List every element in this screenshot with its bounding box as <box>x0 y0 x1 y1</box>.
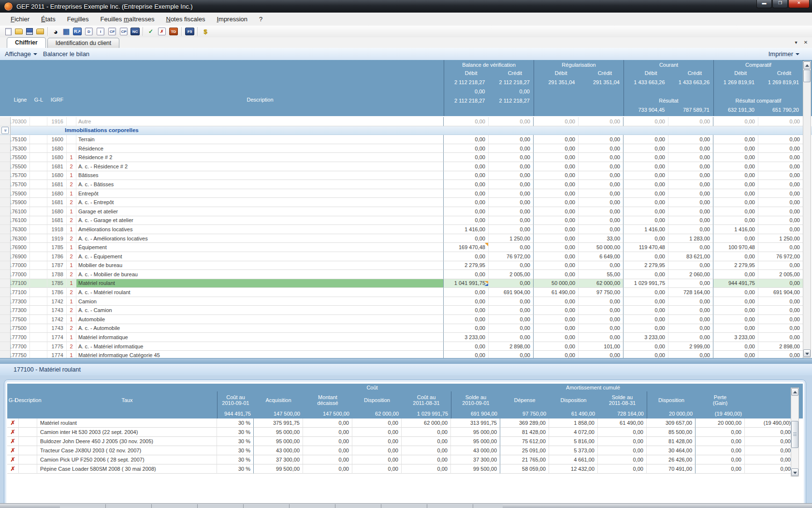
cell-ligne[interactable]: 176100 <box>11 216 30 225</box>
detail-cell-amount[interactable]: 5 816,00 <box>549 437 598 446</box>
cell-amount[interactable]: 0,00 <box>713 135 758 144</box>
cell-igrf[interactable]: 1785 <box>47 243 67 252</box>
cell-ligne[interactable]: 176300 <box>11 234 30 243</box>
cell-gl[interactable] <box>30 288 47 297</box>
cell-amount[interactable]: 0,00 <box>534 261 579 270</box>
cell-amount[interactable]: 0,00 <box>624 153 668 162</box>
detail-row[interactable]: ✗Camion Pick UP F250 2006 ( 28 sept. 200… <box>7 455 803 464</box>
cell-igrf[interactable]: 1742 <box>47 297 67 306</box>
cell-amount[interactable]: 0,00 <box>444 252 489 261</box>
cell-ligne[interactable]: 175500 <box>11 153 30 162</box>
cell-amount[interactable]: 0,00 <box>444 315 489 324</box>
cell-amount[interactable]: 0,00 <box>534 153 579 162</box>
cell-description[interactable]: A. c. - Équipement <box>76 252 444 261</box>
detail-cell-amount[interactable]: 0,00 <box>696 446 745 455</box>
cell-amount[interactable]: 0,00 <box>489 180 534 189</box>
cell-amount[interactable]: 2 279,95 <box>713 261 758 270</box>
cell-amount[interactable]: 0,00 <box>444 297 489 306</box>
cell-gl[interactable] <box>30 153 47 162</box>
cell-amount[interactable]: 0,00 <box>489 306 534 315</box>
cell-gl[interactable] <box>30 171 47 180</box>
cell-amount[interactable]: 76 972,00 <box>489 252 534 261</box>
cell-amount[interactable]: 728 164,00 <box>668 288 713 297</box>
cell-amount[interactable]: 0,00 <box>624 207 668 216</box>
cell-amount[interactable]: 0,00 <box>713 324 758 333</box>
table-row[interactable]: 17730017432A. c. - Camion0,000,000,000,0… <box>0 306 812 315</box>
cell-amount[interactable]: 62 000,00 <box>579 279 624 288</box>
cell-amount[interactable]: 0,00 <box>579 135 624 144</box>
cell-gl[interactable] <box>30 234 47 243</box>
detail-cell-gl[interactable] <box>19 455 37 464</box>
cell-amount[interactable]: 0,00 <box>668 135 713 144</box>
detail-cell-amount[interactable]: 0,00 <box>352 437 402 446</box>
detail-cell-amount[interactable]: 99 500,00 <box>254 464 303 474</box>
detail-cell-amount[interactable]: 0,00 <box>352 446 402 455</box>
menu-item-5[interactable]: Impression <box>211 14 253 25</box>
contrast-icon[interactable]: ◕ <box>50 27 61 36</box>
cell-amount[interactable]: 0,00 <box>579 324 624 333</box>
detail-cell-description[interactable]: Camion Pick UP F250 2006 ( 28 sept. 2007… <box>37 455 217 464</box>
cell-ligne[interactable]: 177100 <box>11 279 30 288</box>
cell-amount[interactable]: 0,00 <box>444 342 489 351</box>
detail-cell-amount[interactable]: 0,00 <box>352 418 402 428</box>
cell-igrf[interactable]: 1743 <box>47 306 67 315</box>
cell-amount[interactable]: 0,00 <box>444 144 489 153</box>
cell-amount[interactable]: 0,00 <box>668 261 713 270</box>
cell-amount[interactable]: 0,00 <box>534 144 579 153</box>
cell-amount[interactable]: 0,00 <box>758 297 803 306</box>
detail-cell-amount[interactable]: 0,00 <box>303 437 352 446</box>
cell-ligne[interactable]: 176300 <box>11 225 30 234</box>
detail-cell-amount[interactable]: 0,00 <box>598 437 647 446</box>
cell-amount[interactable]: 2 060,00 <box>668 270 713 279</box>
cell-amount[interactable]: 0,00 <box>489 153 534 162</box>
detail-cell-amount[interactable]: 0,00 <box>745 446 794 455</box>
detail-cell-taux[interactable]: 30 % <box>217 464 254 474</box>
cell-amount[interactable]: 0,00 <box>668 333 713 342</box>
cell-amount[interactable]: 0,00 <box>579 198 624 207</box>
cell-gl[interactable] <box>30 351 47 358</box>
table-row[interactable]: 17770017741Matériel informatique3 233,00… <box>0 333 812 342</box>
bottom-scroll-strip[interactable] <box>0 503 812 508</box>
cell-igrf[interactable]: 1681 <box>47 216 67 225</box>
cell-igrf[interactable]: 1742 <box>47 315 67 324</box>
cell-gl[interactable] <box>30 198 47 207</box>
d-sheet-icon[interactable]: D <box>85 28 93 35</box>
cell-ligne[interactable]: 177500 <box>11 324 30 333</box>
cell-amount[interactable]: 0,00 <box>489 198 534 207</box>
detail-cell-gl[interactable] <box>19 464 37 474</box>
cell-amount[interactable]: 0,00 <box>668 198 713 207</box>
cell-amount[interactable]: 101,00 <box>579 342 624 351</box>
menu-item-0[interactable]: Fichier <box>5 14 35 25</box>
menu-item-6[interactable]: ? <box>253 14 268 25</box>
cell-description[interactable]: Bâtisses <box>76 171 444 180</box>
cell-amount[interactable]: 0,00 <box>534 324 579 333</box>
detail-cell-amount[interactable]: 369 289,00 <box>500 418 549 428</box>
cell-description[interactable]: Matériel roulant <box>76 279 444 288</box>
cell-gl[interactable] <box>30 180 47 189</box>
scrollbar-thumb[interactable] <box>791 421 798 448</box>
cell-amount[interactable]: 0,00 <box>624 117 668 126</box>
cell-amount[interactable]: 0,00 <box>668 162 713 171</box>
table-row[interactable]: 17700017882A. c. - Mobilier de bureau0,0… <box>0 270 812 279</box>
detail-cell-description[interactable]: Tracteur Case JX80U 2003 ( 02 nov. 2007) <box>37 446 217 455</box>
cell-amount[interactable]: 0,00 <box>444 351 489 358</box>
detail-cell-amount[interactable]: 0,00 <box>745 428 794 437</box>
affichage-menu-button[interactable]: Affichage <box>0 50 40 58</box>
cell-igrf[interactable]: 1680 <box>47 144 67 153</box>
cell-description[interactable]: Équipement <box>76 243 444 252</box>
cell-amount[interactable]: 0,00 <box>758 144 803 153</box>
cell-amount[interactable]: 0,00 <box>444 306 489 315</box>
cell-gl[interactable] <box>30 270 47 279</box>
cell-amount[interactable]: 0,00 <box>758 324 803 333</box>
detail-row[interactable]: ✗Camion inter Ht 530 2003 (22 sept. 2004… <box>7 428 803 437</box>
detail-cell-gl[interactable] <box>19 437 37 446</box>
cell-gl[interactable] <box>30 315 47 324</box>
cell-amount[interactable]: 1 416,00 <box>444 225 489 234</box>
table-row[interactable]: 1753001680Résidence0,000,000,000,000,000… <box>0 144 812 153</box>
cell-amount[interactable]: 0,00 <box>758 243 803 252</box>
cell-ligne[interactable]: 175300 <box>11 144 30 153</box>
cell-amount[interactable]: 0,00 <box>534 198 579 207</box>
cell-amount[interactable]: 1 029 991,75 <box>624 279 668 288</box>
detail-cell-amount[interactable]: 0,00 <box>745 455 794 464</box>
table-row[interactable]: 17710017862A. c. - Matériel roulant0,006… <box>0 288 812 297</box>
